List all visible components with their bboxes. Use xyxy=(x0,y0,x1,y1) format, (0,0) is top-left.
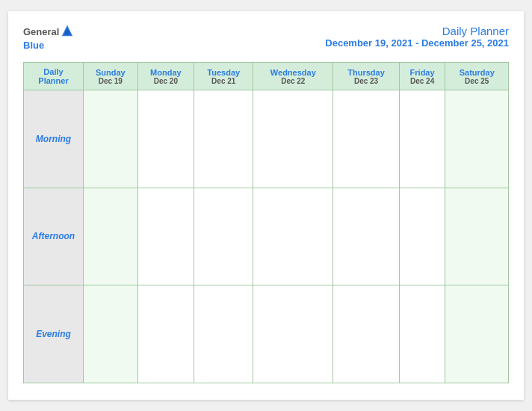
col-wednesday-date: Dec 22 xyxy=(255,77,331,85)
evening-friday[interactable] xyxy=(399,285,445,383)
evening-thursday[interactable] xyxy=(333,285,399,383)
afternoon-friday[interactable] xyxy=(399,188,445,285)
col-wednesday: Wednesday Dec 22 xyxy=(253,63,333,90)
col-tuesday: Tuesday Dec 21 xyxy=(194,63,253,90)
col-sunday-date: Dec 19 xyxy=(85,77,136,85)
header-right: Daily Planner December 19, 2021 - Decemb… xyxy=(325,25,509,49)
col-tuesday-name: Tuesday xyxy=(196,68,251,77)
morning-saturday[interactable] xyxy=(445,90,509,188)
col-tuesday-date: Dec 21 xyxy=(196,77,251,85)
col-friday-date: Dec 24 xyxy=(401,77,444,85)
label-evening: Evening xyxy=(24,285,84,383)
planner-title: Daily Planner xyxy=(325,25,509,37)
morning-sunday[interactable] xyxy=(84,90,138,188)
logo: General Blue xyxy=(23,25,74,52)
col-wednesday-name: Wednesday xyxy=(255,68,331,77)
row-afternoon: Afternoon xyxy=(24,188,509,285)
label-afternoon: Afternoon xyxy=(24,188,84,285)
row-evening: Evening xyxy=(24,285,509,383)
calendar-table: Daily Planner Sunday Dec 19 Monday Dec 2… xyxy=(23,62,509,383)
col-thursday-date: Dec 23 xyxy=(335,77,397,85)
col-daily-planner: Daily Planner xyxy=(24,63,84,90)
label-morning: Morning xyxy=(24,90,84,188)
morning-friday[interactable] xyxy=(399,90,445,188)
col-saturday-date: Dec 25 xyxy=(447,77,507,85)
col-daily-planner-name: Daily xyxy=(25,67,81,76)
afternoon-wednesday[interactable] xyxy=(253,188,333,285)
evening-tuesday[interactable] xyxy=(194,285,253,383)
afternoon-sunday[interactable] xyxy=(84,188,138,285)
logo-blue-text: Blue xyxy=(23,38,44,52)
logo-general: General xyxy=(23,26,59,37)
morning-thursday[interactable] xyxy=(333,90,399,188)
logo-line: General xyxy=(23,25,74,38)
evening-saturday[interactable] xyxy=(445,285,509,383)
afternoon-saturday[interactable] xyxy=(445,188,509,285)
col-thursday-name: Thursday xyxy=(335,68,397,77)
evening-wednesday[interactable] xyxy=(253,285,333,383)
col-sunday-name: Sunday xyxy=(85,68,136,77)
afternoon-monday[interactable] xyxy=(137,188,194,285)
planner-page: General Blue Daily Planner December 19, … xyxy=(8,11,524,400)
morning-tuesday[interactable] xyxy=(194,90,253,188)
evening-sunday[interactable] xyxy=(84,285,138,383)
col-monday-date: Dec 20 xyxy=(140,77,193,85)
col-friday: Friday Dec 24 xyxy=(399,63,445,90)
col-saturday-name: Saturday xyxy=(447,68,507,77)
col-saturday: Saturday Dec 25 xyxy=(445,63,509,90)
col-friday-name: Friday xyxy=(401,68,444,77)
header: General Blue Daily Planner December 19, … xyxy=(23,25,509,52)
evening-monday[interactable] xyxy=(137,285,194,383)
logo-blue: Blue xyxy=(23,40,44,51)
morning-wednesday[interactable] xyxy=(253,90,333,188)
afternoon-thursday[interactable] xyxy=(333,188,399,285)
header-row: Daily Planner Sunday Dec 19 Monday Dec 2… xyxy=(24,63,509,90)
col-daily-planner-name2: Planner xyxy=(25,76,81,85)
col-sunday: Sunday Dec 19 xyxy=(84,63,138,90)
row-morning: Morning xyxy=(24,90,509,188)
afternoon-tuesday[interactable] xyxy=(194,188,253,285)
col-monday-name: Monday xyxy=(140,68,193,77)
morning-monday[interactable] xyxy=(137,90,194,188)
logo-icon xyxy=(61,24,74,37)
col-thursday: Thursday Dec 23 xyxy=(333,63,399,90)
date-range: December 19, 2021 - December 25, 2021 xyxy=(325,37,509,49)
col-monday: Monday Dec 20 xyxy=(137,63,194,90)
